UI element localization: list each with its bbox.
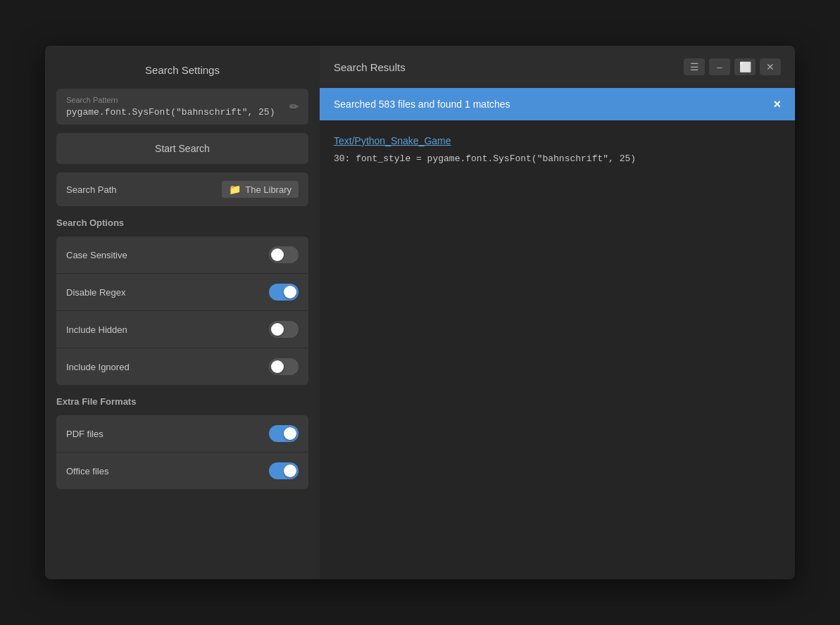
toggle-track-include-ignored	[269, 358, 299, 375]
search-path-text: The Library	[245, 184, 292, 195]
toggle-track-include-hidden	[269, 321, 299, 338]
search-options-group: Case Sensitive Disable Regex	[56, 236, 308, 385]
search-path-label: Search Path	[66, 184, 117, 195]
toggle-track-disable-regex	[269, 284, 299, 301]
app-window: Search Settings Search Pattern pygame.fo…	[45, 46, 795, 579]
option-row-include-ignored: Include Ignored	[56, 348, 308, 385]
toggle-thumb-include-ignored	[271, 360, 284, 373]
menu-button[interactable]: ☰	[684, 58, 705, 75]
toggle-case-sensitive[interactable]	[269, 246, 299, 263]
option-row-disable-regex: Disable Regex	[56, 274, 308, 311]
result-code-line: 30: font_style = pygame.font.SysFont("ba…	[334, 153, 781, 164]
minimize-button[interactable]: –	[709, 58, 730, 75]
option-row-case-sensitive: Case Sensitive	[56, 236, 308, 274]
toggle-office-files[interactable]	[269, 462, 299, 479]
search-pattern-inner: Search Pattern pygame.font.SysFont("bahn…	[66, 96, 275, 118]
window-body: Search Settings Search Pattern pygame.fo…	[45, 46, 795, 579]
start-search-button[interactable]: Start Search	[56, 133, 308, 164]
search-path-value[interactable]: 📁 The Library	[222, 181, 299, 198]
toggle-track-office-files	[269, 462, 299, 479]
option-row-office-files: Office files	[56, 453, 308, 489]
notification-text: Searched 583 files and found 1 matches	[334, 99, 510, 110]
left-panel: Search Settings Search Pattern pygame.fo…	[45, 46, 320, 579]
toggle-include-hidden[interactable]	[269, 321, 299, 338]
option-label-include-hidden: Include Hidden	[66, 324, 127, 335]
notification-close-icon[interactable]: ×	[773, 98, 781, 111]
option-row-pdf-files: PDF files	[56, 415, 308, 453]
extra-formats-group: PDF files Office files	[56, 415, 308, 489]
right-panel: Search Results ☰ – ⬜ ✕ Searched 583 file…	[320, 46, 795, 579]
search-pattern-label: Search Pattern	[66, 96, 275, 104]
option-label-office-files: Office files	[66, 466, 108, 476]
toggle-thumb-case-sensitive	[271, 248, 284, 261]
folder-icon: 📁	[229, 184, 241, 195]
extra-formats-header: Extra File Formats	[56, 393, 308, 407]
close-button[interactable]: ✕	[760, 58, 781, 75]
option-label-case-sensitive: Case Sensitive	[66, 250, 127, 260]
toggle-thumb-office-files	[284, 465, 296, 477]
search-options-header: Search Options	[56, 215, 308, 228]
maximize-button[interactable]: ⬜	[734, 58, 756, 75]
right-panel-header: Search Results ☰ – ⬜ ✕	[320, 46, 795, 88]
toggle-thumb-disable-regex	[284, 286, 296, 298]
edit-icon[interactable]: ✏	[289, 100, 299, 113]
option-label-disable-regex: Disable Regex	[66, 287, 126, 298]
window-controls: ☰ – ⬜ ✕	[684, 58, 781, 75]
result-filename[interactable]: Text/Python_Snake_Game	[334, 135, 451, 146]
toggle-include-ignored[interactable]	[269, 358, 299, 375]
right-panel-title: Search Results	[334, 61, 406, 73]
toggle-track-pdf-files	[269, 425, 299, 442]
toggle-thumb-include-hidden	[271, 323, 284, 336]
toggle-track-case-sensitive	[269, 246, 299, 263]
option-row-include-hidden: Include Hidden	[56, 311, 308, 348]
toggle-thumb-pdf-files	[284, 427, 296, 440]
search-pattern-value: pygame.font.SysFont("bahnschrift", 25)	[66, 107, 275, 118]
toggle-disable-regex[interactable]	[269, 284, 299, 301]
option-label-pdf-files: PDF files	[66, 429, 104, 439]
results-content: Text/Python_Snake_Game 30: font_style = …	[320, 120, 795, 579]
search-pattern-box: Search Pattern pygame.font.SysFont("bahn…	[56, 89, 308, 125]
option-label-include-ignored: Include Ignored	[66, 362, 130, 372]
toggle-pdf-files[interactable]	[269, 425, 299, 442]
left-panel-title: Search Settings	[56, 57, 308, 80]
search-notification: Searched 583 files and found 1 matches ×	[320, 88, 795, 120]
search-path-box: Search Path 📁 The Library	[56, 172, 308, 206]
